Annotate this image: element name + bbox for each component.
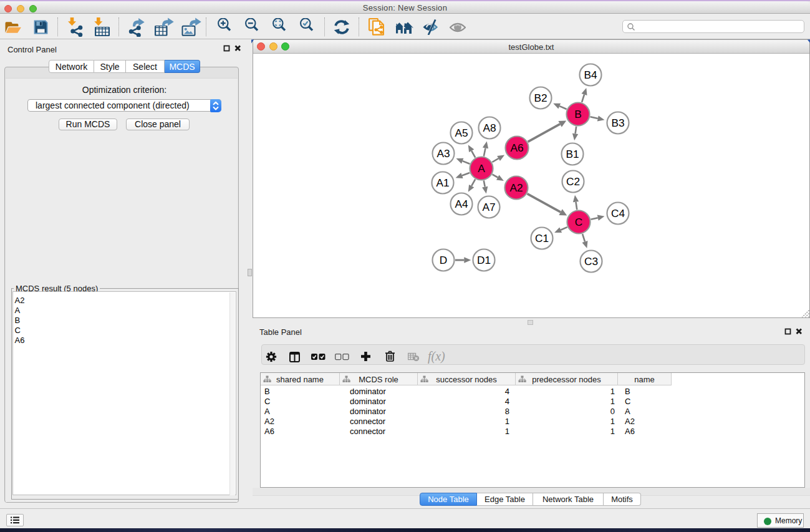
svg-text:C1: C1 [535,232,549,244]
svg-text:A3: A3 [436,147,450,160]
svg-text:B: B [574,108,582,120]
svg-text:A4: A4 [455,198,468,210]
svg-text:C3: C3 [584,255,598,268]
svg-text:B1: B1 [566,148,579,160]
svg-text:C: C [575,216,582,228]
svg-text:D: D [440,254,447,266]
svg-text:A1: A1 [436,177,449,189]
svg-text:A6: A6 [510,142,523,154]
svg-text:A: A [478,162,485,175]
svg-text:C4: C4 [611,207,625,220]
svg-text:B2: B2 [534,92,547,104]
svg-text:D1: D1 [477,254,491,266]
svg-text:A5: A5 [455,127,468,139]
svg-text:C2: C2 [566,175,580,188]
svg-text:A8: A8 [483,122,496,134]
svg-text:B3: B3 [611,117,624,129]
svg-text:A7: A7 [482,201,495,213]
svg-text:B4: B4 [584,69,597,81]
svg-text:A2: A2 [509,181,523,194]
